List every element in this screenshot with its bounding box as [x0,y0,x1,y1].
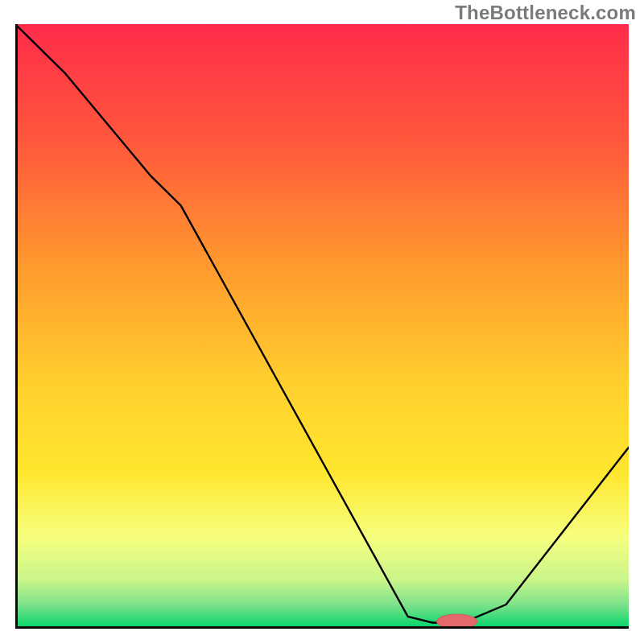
chart-background [15,24,629,629]
plot-area [15,24,629,629]
chart-svg [15,24,629,629]
watermark-text: TheBottleneck.com [455,2,636,24]
chart-frame: TheBottleneck.com [0,0,644,644]
